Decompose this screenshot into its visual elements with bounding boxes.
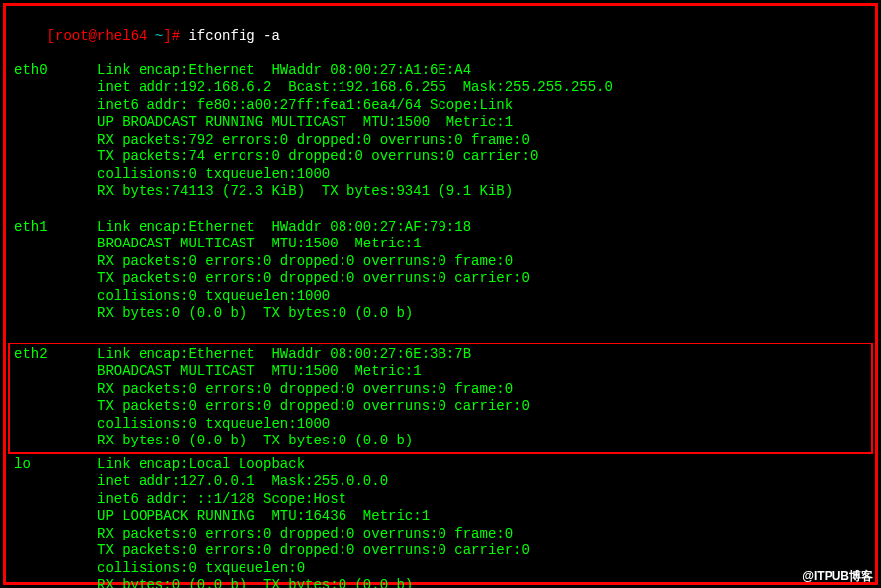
prompt-line: [root@rhel64 ~]# ifconfig -a [14,10,867,62]
output-line: collisions:0 txqueuelen:1000 [14,166,867,184]
output-line: BROADCAST MULTICAST MTU:1500 Metric:1 [14,363,867,381]
output-line: inet6 addr: fe80::a00:27ff:fea1:6ea4/64 … [14,97,867,115]
interface-list: eth0 Link encap:Ethernet HWaddr 08:00:27… [14,62,867,589]
output-line: inet addr:127.0.0.1 Mask:255.0.0.0 [14,473,867,491]
output-line: RX bytes:0 (0.0 b) TX bytes:0 (0.0 b) [14,577,867,588]
output-line: TX packets:0 errors:0 dropped:0 overruns… [14,542,867,560]
output-line: BROADCAST MULTICAST MTU:1500 Metric:1 [14,236,867,253]
prompt-bracket-close: ] [163,28,171,44]
output-line: RX packets:792 errors:0 dropped:0 overru… [14,132,867,149]
terminal-window[interactable]: [root@rhel64 ~]# ifconfig -a eth0 Link e… [3,3,878,585]
output-line: eth1 Link encap:Ethernet HWaddr 08:00:27… [14,219,867,237]
output-line: UP LOOPBACK RUNNING MTU:16436 Metric:1 [14,508,867,526]
interface-block-eth0: eth0 Link encap:Ethernet HWaddr 08:00:27… [14,62,867,201]
output-line: collisions:0 txqueuelen:1000 [14,416,867,434]
output-line: collisions:0 txqueuelen:0 [14,560,867,578]
prompt-sep [147,28,154,44]
interface-block-lo: lo Link encap:Local Loopback inet addr:1… [14,456,867,589]
output-line: eth0 Link encap:Ethernet HWaddr 08:00:27… [14,62,867,80]
output-line: RX bytes:0 (0.0 b) TX bytes:0 (0.0 b) [14,305,867,323]
output-line: inet addr:192.168.6.2 Bcast:192.168.6.25… [14,79,867,97]
prompt-user-host: root@rhel64 [55,28,147,44]
prompt-cwd: ~ [155,28,163,44]
prompt-hash: # [172,28,189,44]
command-text: ifconfig -a [188,28,279,44]
prompt-bracket-open: [ [48,28,55,44]
output-line: eth2 Link encap:Ethernet HWaddr 08:00:27… [14,346,867,364]
output-line: UP BROADCAST RUNNING MULTICAST MTU:1500 … [14,114,867,132]
interface-block-eth2: eth2 Link encap:Ethernet HWaddr 08:00:27… [8,343,873,454]
output-line: RX packets:0 errors:0 dropped:0 overruns… [14,253,867,271]
output-line: inet6 addr: ::1/128 Scope:Host [14,491,867,509]
output-line: collisions:0 txqueuelen:1000 [14,288,867,306]
output-line: TX packets:74 errors:0 dropped:0 overrun… [14,148,867,166]
output-line: RX packets:0 errors:0 dropped:0 overruns… [14,526,867,543]
output-line: lo Link encap:Local Loopback [14,456,867,474]
output-line: TX packets:0 errors:0 dropped:0 overruns… [14,270,867,288]
output-line: RX bytes:74113 (72.3 KiB) TX bytes:9341 … [14,183,867,201]
output-line: RX packets:0 errors:0 dropped:0 overruns… [14,381,867,399]
interface-block-eth1: eth1 Link encap:Ethernet HWaddr 08:00:27… [14,219,867,323]
output-line: RX bytes:0 (0.0 b) TX bytes:0 (0.0 b) [14,433,867,450]
output-line: TX packets:0 errors:0 dropped:0 overruns… [14,398,867,416]
watermark: @ITPUB博客 [802,569,873,584]
